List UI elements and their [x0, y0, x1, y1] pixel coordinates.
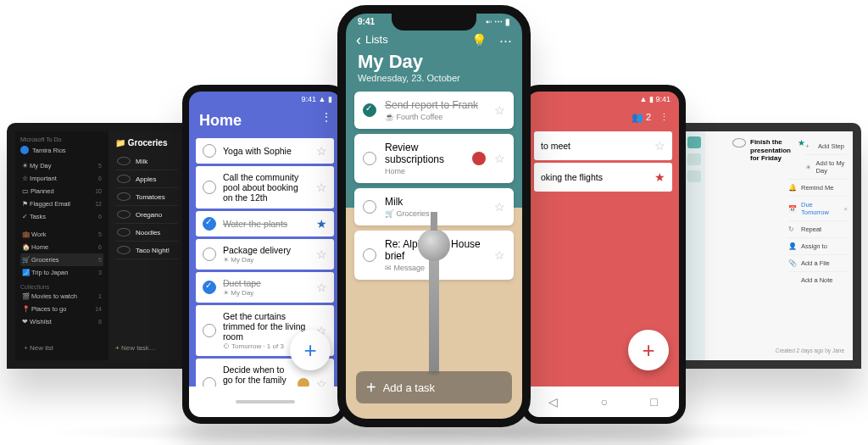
task-item[interactable]: oking the flights ★ — [534, 163, 672, 192]
sidebar-item[interactable]: ☆ Important6 — [20, 172, 103, 185]
more-icon[interactable]: ⋮ — [320, 110, 332, 124]
task-checkbox[interactable] — [117, 192, 131, 201]
detail-row[interactable]: Add a Note — [788, 271, 848, 288]
nav-strip — [683, 131, 705, 360]
task-checkbox[interactable] — [203, 144, 216, 158]
nav-tab[interactable] — [687, 170, 701, 182]
task-checkbox[interactable] — [363, 103, 376, 117]
add-task-fab[interactable]: + — [628, 330, 669, 370]
nav-recent-icon[interactable]: □ — [650, 395, 657, 409]
task-item[interactable]: Tomatoes — [115, 188, 178, 206]
task-text: Yoga with Sophie — [223, 146, 309, 156]
star-icon[interactable]: ☆ — [494, 200, 505, 214]
row-label: Add to My Day — [816, 159, 848, 175]
task-item[interactable]: to meet ☆ — [534, 131, 672, 160]
star-icon[interactable]: ☆ — [654, 139, 665, 153]
sidebar-item[interactable]: 🎬 Movies to watch1 — [20, 290, 103, 303]
detail-row[interactable]: 🔔 Remind Me — [788, 179, 848, 196]
nav-back-icon[interactable]: ◁ — [548, 395, 558, 409]
task-checkbox[interactable] — [363, 248, 376, 262]
task-item[interactable]: Package delivery ☀ My Day ☆ — [196, 239, 334, 270]
sidebar-item[interactable]: ❤ Wishlist8 — [20, 315, 103, 328]
task-checkbox[interactable] — [203, 281, 216, 294]
task-checkbox[interactable] — [732, 138, 746, 147]
task-checkbox[interactable] — [363, 200, 376, 214]
star-icon[interactable]: ☆ — [494, 152, 505, 165]
sidebar-item[interactable]: 💼 Work5 — [20, 228, 103, 241]
detail-row[interactable]: ☀ Add to My Day — [805, 154, 848, 179]
suggestions-icon[interactable]: 💡 — [471, 33, 487, 48]
sidebar-item[interactable]: 📍 Places to go14 — [20, 303, 103, 315]
task-checkbox[interactable] — [117, 175, 131, 183]
star-icon[interactable]: ☆ — [316, 281, 327, 294]
close-icon[interactable]: × — [844, 205, 848, 213]
list-header: 👥 2 ⋮ — [527, 107, 679, 131]
star-icon[interactable]: ★ — [798, 138, 805, 147]
android-phone-shared: ▲ ▮ 9:41 👥 2 ⋮ to meet ☆ oking the fligh… — [520, 85, 686, 424]
sidebar-item[interactable]: 🏠 Home6 — [20, 241, 103, 253]
nav-tab[interactable] — [687, 153, 701, 165]
task-item[interactable]: Taco Night! — [115, 242, 178, 259]
detail-row[interactable]: 📅 Due Tomorrow × — [788, 196, 848, 220]
add-task-fab[interactable]: + — [290, 330, 331, 370]
task-item[interactable]: Milk — [115, 153, 178, 170]
more-icon[interactable]: ⋯ — [499, 33, 512, 48]
star-icon[interactable]: ★ — [654, 170, 665, 184]
star-icon[interactable]: ☆ — [494, 248, 505, 262]
task-checkbox[interactable] — [203, 324, 216, 337]
detail-row[interactable]: ↻ Repeat — [788, 220, 848, 237]
add-task-bar[interactable]: + Add a task — [356, 371, 512, 403]
nav-bar: ◁ ○ □ — [527, 387, 679, 417]
task-text: Milk — [385, 196, 486, 208]
row-icon: 🔔 — [788, 184, 797, 192]
task-item[interactable]: Yoga with Sophie ☆ — [196, 138, 334, 164]
new-list-button[interactable]: New list — [24, 344, 53, 352]
row-icon: 📎 — [788, 259, 797, 267]
back-button[interactable]: Lists — [356, 31, 388, 49]
task-checkbox[interactable] — [117, 246, 131, 254]
task-item[interactable]: Review subscriptions Home ☆ — [354, 134, 514, 183]
star-icon[interactable]: ☆ — [316, 181, 327, 194]
share-icon[interactable]: 👥 2 — [632, 112, 651, 123]
sidebar-item[interactable]: ✓ Tasks6 — [20, 210, 103, 223]
row-label: Repeat — [801, 225, 821, 233]
star-icon[interactable]: ☆ — [316, 144, 327, 158]
task-item[interactable]: Water the plants ★ — [196, 211, 334, 236]
task-checkbox[interactable] — [117, 228, 131, 236]
sidebar-item[interactable]: ☀ My Day5 — [20, 159, 103, 172]
task-text: Package delivery — [223, 245, 309, 255]
sidebar-item[interactable]: ▭ Planned10 — [20, 185, 103, 197]
task-checkbox[interactable] — [203, 217, 216, 231]
task-checkbox[interactable] — [117, 157, 131, 165]
task-checkbox[interactable] — [117, 210, 131, 219]
star-icon[interactable]: ☆ — [494, 103, 505, 117]
status-bar: ▲ ▮ 9:41 — [527, 92, 679, 107]
task-checkbox[interactable] — [363, 152, 376, 165]
task-item[interactable]: Noodles — [115, 224, 178, 242]
task-item[interactable]: Apples — [115, 170, 178, 188]
star-icon[interactable]: ☆ — [316, 248, 327, 261]
task-item[interactable]: Duct tape ☀ My Day ☆ — [196, 272, 334, 303]
new-task-button[interactable]: New task… — [115, 344, 156, 352]
nav-home-icon[interactable]: ○ — [601, 395, 608, 409]
star-icon[interactable]: ★ — [316, 217, 327, 231]
user-profile[interactable]: Tamira Rios — [20, 146, 103, 154]
task-checkbox[interactable] — [203, 181, 216, 194]
task-item[interactable]: Oregano — [115, 206, 178, 224]
collections-header[interactable]: Collections — [20, 284, 103, 290]
sidebar: Microsoft To Do Tamira Rios ☀ My Day5 ☆ … — [15, 131, 108, 360]
task-checkbox[interactable] — [203, 248, 216, 261]
nav-tab-active[interactable] — [687, 136, 701, 148]
task-item[interactable]: Call the community pool about booking on… — [196, 166, 334, 209]
row-label: Remind Me — [801, 184, 833, 192]
sidebar-item[interactable]: 🛒 Groceries5 — [20, 253, 103, 266]
page-date: Wednesday, 23. October — [358, 73, 510, 83]
sidebar-item[interactable]: ⚑ Flagged Email12 — [20, 197, 103, 210]
detail-row[interactable]: + Add Step — [805, 138, 848, 154]
task-item[interactable]: Send report to Frank ☕ Fourth Coffee ☆ — [354, 92, 514, 129]
sidebar-item[interactable]: 🗾 Trip to Japan3 — [20, 266, 103, 279]
detail-row[interactable]: 📎 Add a File — [788, 254, 848, 271]
task-header: Finish the presentation for Friday ★ — [727, 131, 805, 163]
detail-row[interactable]: 👤 Assign to — [788, 237, 848, 254]
more-icon[interactable]: ⋮ — [659, 112, 669, 123]
